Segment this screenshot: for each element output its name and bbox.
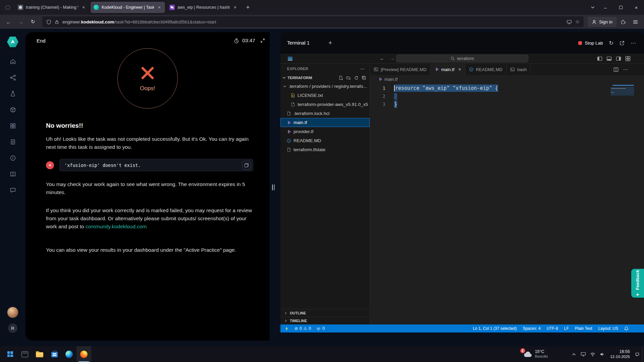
tree-item-readme[interactable]: README.MD [280, 136, 370, 145]
tab-close-icon[interactable]: × [459, 67, 461, 72]
collapse-all-icon[interactable] [362, 75, 366, 80]
breadcrumb[interactable]: main.tf [370, 75, 644, 83]
notifications-bell-icon[interactable] [624, 326, 629, 331]
taskbar-app-window[interactable] [17, 346, 32, 362]
new-file-icon[interactable] [338, 75, 343, 80]
tree-item-license[interactable]: LICENSE.txt [280, 91, 370, 100]
notes-icon[interactable] [8, 137, 17, 146]
language-mode[interactable]: Plain Text [575, 326, 592, 331]
code-editor[interactable]: 1 resource "aws_eip" "xfusion-eip" { 2 3… [370, 83, 644, 324]
eol-indicator[interactable]: LF [564, 326, 569, 331]
command-center-search[interactable]: terraform [396, 55, 528, 62]
list-tabs-chevron-icon[interactable] [588, 5, 598, 9]
timeline-section[interactable]: TIMELINE [280, 317, 370, 324]
minimap[interactable] [610, 87, 634, 107]
tab-close-icon[interactable]: × [232, 5, 238, 10]
playgrounds-flask-icon[interactable] [8, 89, 17, 98]
ports-indicator[interactable]: 0 [316, 326, 325, 331]
labs-cube-icon[interactable] [8, 105, 17, 114]
tab-close-icon[interactable]: × [81, 5, 86, 10]
remote-indicator-icon[interactable] [284, 326, 289, 331]
nav-back-icon[interactable]: ← [380, 56, 384, 61]
outline-section[interactable]: OUTLINE [280, 309, 370, 317]
problems-indicator[interactable]: ⊘0 ⚠0 [294, 326, 311, 331]
projects-grid-icon[interactable] [8, 121, 17, 130]
account-avatar[interactable]: R [8, 323, 17, 333]
nav-forward-icon[interactable]: → [390, 56, 394, 61]
browser-tab-kodekloud[interactable]: KodeKloud - Engineer | Task × [91, 2, 165, 13]
toggle-sidebar-icon[interactable] [597, 56, 602, 61]
expand-icon[interactable] [260, 38, 265, 43]
info-icon[interactable] [8, 154, 17, 163]
display-icon[interactable] [579, 346, 588, 362]
firefox-view-icon[interactable] [3, 3, 12, 12]
tab-close-icon[interactable]: × [157, 5, 162, 10]
firefox-button[interactable] [76, 346, 91, 362]
new-terminal-button[interactable]: + [328, 39, 332, 47]
lab-more-icon[interactable]: ⋯ [631, 40, 636, 46]
terminal-tab[interactable]: Terminal 1 [282, 38, 314, 48]
editor-tab-bash[interactable]: bash [506, 64, 531, 75]
toggle-panel-icon[interactable] [606, 56, 612, 61]
volume-icon[interactable] [597, 346, 607, 362]
reload-button[interactable]: ↻ [28, 17, 38, 27]
indentation[interactable]: Spaces: 4 [523, 326, 540, 331]
kodekloud-logo[interactable] [7, 36, 18, 48]
explorer-section-terraform[interactable]: TERRAFORM [280, 74, 370, 82]
sign-in-button[interactable]: Sign in [588, 17, 616, 27]
editor-tab-preview-readme[interactable]: [Preview] README.MD [370, 64, 431, 75]
customize-layout-icon[interactable] [625, 56, 631, 61]
restart-lab-icon[interactable]: ↻ [609, 40, 613, 46]
tree-item-terraform-providers[interactable]: .terraform / providers / registry.terraf… [280, 82, 370, 91]
stop-lab-button[interactable]: Stop Lab [578, 41, 603, 46]
taskbar-clock[interactable]: 16:55 12-10-2025 [607, 349, 633, 359]
maximize-button[interactable] [613, 0, 629, 15]
back-button[interactable]: ← [3, 17, 14, 27]
open-in-new-icon[interactable] [620, 41, 625, 46]
toggle-secondary-sidebar-icon[interactable] [616, 56, 621, 61]
lock-icon[interactable] [55, 20, 59, 24]
bookmark-star-icon[interactable]: ☆ [575, 19, 580, 25]
keyboard-layout[interactable]: Layout: US [598, 326, 618, 331]
cursor-position[interactable]: Ln 1, Col 1 (37 selected) [473, 326, 517, 331]
tree-item-lock-hcl[interactable]: .terraform.lock.hcl [280, 109, 370, 118]
end-button[interactable]: End [37, 38, 46, 44]
tree-item-main-tf[interactable]: main.tf [280, 118, 370, 127]
docs-book-icon[interactable] [8, 170, 17, 179]
browser-tab-terraform-registry[interactable]: aws_eip | Resources | hashicorp × [166, 2, 241, 13]
encoding[interactable]: UTF-8 [547, 326, 558, 331]
weather-widget[interactable]: 2 15°C Bewolkt [519, 346, 552, 362]
tree-item-provider-tf[interactable]: provider.tf [280, 127, 370, 136]
forward-button[interactable]: → [15, 17, 26, 27]
editor-more-icon[interactable]: ⋯ [623, 67, 628, 72]
extensions-puzzle-icon[interactable] [618, 17, 629, 27]
start-button[interactable] [3, 346, 17, 362]
explorer-more-icon[interactable]: ⋯ [360, 66, 365, 71]
app-menu-icon[interactable] [287, 56, 293, 62]
show-desktop-strip[interactable] [642, 346, 644, 362]
split-editor-icon[interactable] [613, 67, 619, 72]
browser-tab-training[interactable]: training (Channel) - Making Wo... × [15, 2, 89, 13]
store-button[interactable] [47, 346, 62, 362]
action-center-icon[interactable] [633, 346, 642, 362]
wifi-icon[interactable] [588, 346, 597, 362]
tree-item-provider-binary[interactable]: terraform-provider-aws_v5.91.0_x5 [280, 100, 370, 109]
tray-expand-chevron-icon[interactable] [569, 346, 579, 362]
support-chat-icon[interactable] [8, 186, 17, 195]
close-window-button[interactable]: × [629, 0, 644, 15]
learning-path-icon[interactable] [8, 73, 17, 82]
user-avatar[interactable] [7, 307, 18, 318]
minimize-button[interactable]: – [598, 0, 613, 15]
file-explorer-button[interactable] [32, 346, 47, 362]
save-to-device-icon[interactable] [567, 19, 572, 24]
editor-tab-readme[interactable]: README.MD [465, 64, 506, 75]
refresh-icon[interactable] [354, 75, 359, 80]
hamburger-menu-icon[interactable] [630, 17, 641, 27]
url-bar[interactable]: engineer.kodekloud.com/task?id=6818bbafc… [42, 16, 584, 27]
new-tab-button[interactable]: + [243, 2, 253, 12]
community-link[interactable]: community.kodekloud.com [86, 224, 147, 229]
home-icon[interactable] [8, 57, 17, 66]
new-folder-icon[interactable] [346, 75, 351, 80]
editor-tab-main-tf[interactable]: main.tf × [431, 64, 465, 75]
copy-button[interactable] [242, 161, 251, 170]
